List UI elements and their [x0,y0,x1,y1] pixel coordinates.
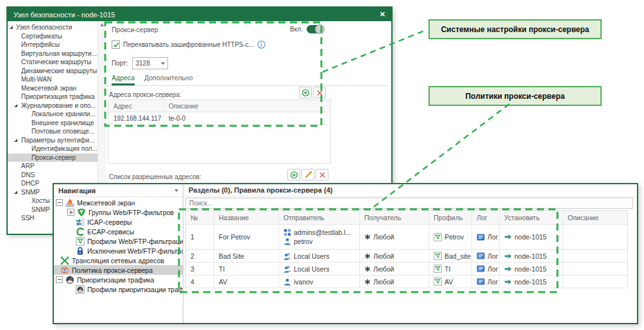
tab-addresses[interactable]: Адреса [112,74,135,85]
tab-additional[interactable]: Дополнительно [144,74,193,85]
log-icon [477,252,485,260]
nav-item-icap-servers[interactable]: ICAP-серверы [54,217,183,227]
rule-row-1[interactable]: 1 For Petrov admins@testlab.l... petrov … [186,225,627,250]
tree-item-external-storage[interactable]: Внешнее хранилище [8,119,97,128]
sender-cell: admins@testlab.l... petrov [278,225,359,249]
tree-item-dynamic-routes[interactable]: Динамические маршруты [8,67,97,76]
install-arrow-icon [504,279,512,285]
nav-item-firewall[interactable]: Межсетевой экран [54,198,183,207]
expander-icon[interactable] [14,191,17,194]
lock-icon [76,247,85,256]
intercept-https-label: Перехватывать зашифрованные HTTPS-с... [123,41,254,48]
recipient-cell: Любой [359,250,428,262]
user-icon [284,278,291,286]
log-icon [477,265,485,273]
nav-item-nat[interactable]: Трансляция сетевых адресов [54,256,183,265]
info-icon[interactable] [257,40,266,49]
tree-item-user-identification[interactable]: Идентификация пол... [8,144,97,153]
install-cell: node-1015 [499,263,563,275]
nav-item-webftp-filter-exceptions[interactable]: Исключения Web/FTP-фильтрации [54,246,183,256]
users-icon [284,252,291,260]
rule-row-4[interactable]: 4 AV ivanov Любой AV Лог node-1015 [186,275,627,288]
gauge-profile-icon [76,285,85,294]
column-install[interactable]: Установить [499,211,563,224]
close-icon [316,89,324,97]
address-cell: 192.168.144.117 [108,115,164,122]
install-arrow-icon [504,234,512,240]
column-number[interactable]: № [186,211,214,224]
rules-table: № Название Отправитель Получатель Профил… [185,210,628,288]
intercept-https-checkbox[interactable] [112,40,120,49]
column-profile[interactable]: Профиль [428,211,471,224]
column-recipient[interactable]: Получатель [359,211,428,224]
proxy-enabled-toggle[interactable] [307,25,324,33]
tree-item-virtual-routing[interactable]: Виртуальная маршрути... [8,49,97,58]
expander-icon[interactable] [14,139,17,142]
tree-item-firewall[interactable]: Межсетевой экран [8,84,97,93]
toggle-label: Вкл. [290,26,303,33]
tree-item-interfaces[interactable]: Интерфейсы [8,40,97,49]
tree-item-node-root[interactable]: Узел безопасности [8,23,97,32]
profile-cell: Bad_site [428,250,471,262]
nav-item-webftp-filter-groups[interactable]: Группы Web/FTP-фильтров [54,207,183,217]
description-cell [563,225,627,249]
close-icon[interactable]: ✕ [380,11,386,18]
nav-item-proxy-policy[interactable]: Политика прокси-сервера [54,265,183,275]
column-name[interactable]: Название [214,211,278,224]
chevron-down-icon[interactable] [174,189,178,192]
user-icon [284,238,291,245]
gauge-icon [65,275,74,284]
expander-icon[interactable] [14,104,17,107]
recipient-cell: Любой [359,225,428,249]
rule-row-2[interactable]: 2 Bad Site Local Users Любой Bad_site Ло… [186,250,627,263]
log-icon [477,277,485,286]
collapse-icon[interactable] [56,199,63,206]
toggle-knob-icon [315,24,325,34]
tree-item-multiwan[interactable]: Multi-WAN [8,75,97,84]
callout-policies: Политики прокси-сервера [428,86,602,106]
delete-allowed-button[interactable] [316,169,328,180]
port-select[interactable]: 3128 [132,57,168,69]
add-address-button[interactable] [299,87,312,98]
log-cell: Лог [471,225,499,249]
scroll-up-icon[interactable] [100,23,104,26]
sender-cell: Local Users [278,263,359,275]
collapse-icon[interactable] [56,276,63,283]
table-header-row: Адрес Описание [108,100,330,112]
tree-item-arp[interactable]: ARP [8,162,97,171]
tree-item-traffic-priority[interactable]: Приоритизация трафика [8,92,97,101]
add-allowed-button[interactable] [287,169,300,180]
delete-address-button[interactable] [313,87,326,98]
tree-item-auth-params[interactable]: Параметры аутентифи... [8,136,97,145]
edit-allowed-button[interactable] [301,169,314,180]
window-title: Узел безопасности - node-1015 [13,11,115,19]
tree-item-mail-alerts[interactable]: Почтовые оповеще... [8,127,97,136]
nav-item-priority-profiles[interactable]: Профили приоритизации трафика [54,284,183,294]
any-icon [364,279,371,285]
table-row[interactable]: 192.168.144.117 te-0-0 [108,112,330,125]
rule-row-3[interactable]: 3 TI Local Users Любой TI Лог node-1015 [186,263,627,275]
ecap-icon [76,227,85,236]
tree-item-certificates[interactable]: Сертификаты [8,32,97,41]
column-description[interactable]: Описание [563,211,627,224]
log-cell: Лог [471,275,499,288]
expand-icon[interactable] [67,209,74,216]
tree-item-static-routes[interactable]: Статические маршруты [8,58,97,67]
plus-icon [290,171,298,179]
search-input[interactable] [186,198,632,208]
window-titlebar[interactable]: Узел безопасности - node-1015 ✕ [8,8,391,21]
tree-item-dns[interactable]: DNS [8,171,97,180]
tree-item-logging[interactable]: Журналирование и опо... [8,101,97,110]
column-sender[interactable]: Отправитель [278,211,359,224]
nav-item-webftp-filter-profiles[interactable]: Профили Web/FTP-фильтрации [54,236,183,246]
column-log[interactable]: Лог [471,211,499,224]
filter-profile-icon [434,233,442,241]
tree-item-proxy-server[interactable]: Прокси-сервер [8,153,97,162]
panel-title: Прокси-сервер [112,26,158,33]
expander-icon[interactable] [10,26,13,29]
nav-item-ecap-services[interactable]: ECAP-сервисы [54,227,183,236]
description-cell [563,275,627,288]
nav-item-traffic-priorities[interactable]: Приоритизации трафика [54,275,183,284]
tree-item-local-storage[interactable]: Локальное хранили... [8,110,97,119]
filter-profile-icon [434,265,442,273]
